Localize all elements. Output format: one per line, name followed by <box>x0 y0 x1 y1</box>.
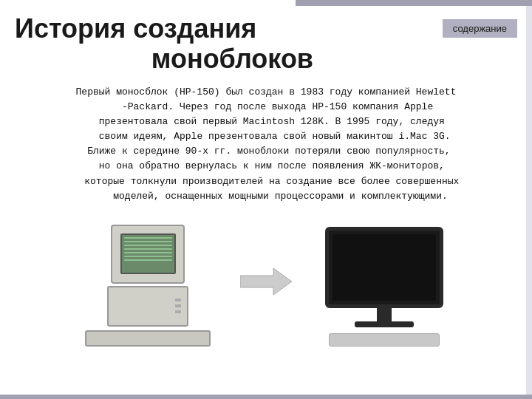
arrow-icon <box>240 267 292 296</box>
unit-btn <box>175 304 181 307</box>
images-row <box>15 217 517 347</box>
new-keyboard <box>329 333 440 347</box>
screen-line <box>124 241 172 242</box>
new-computer-image <box>310 217 458 347</box>
new-aio-illustration <box>325 227 443 347</box>
header-area: История создания моноблоков содержание <box>15 13 517 75</box>
body-text: Первый моносблок (HP-150) был создан в 1… <box>15 85 517 204</box>
unit-buttons <box>175 299 181 313</box>
old-screen <box>120 233 176 274</box>
right-accent-bar <box>526 0 532 399</box>
main-title-line1: История создания <box>15 13 428 44</box>
page: История создания моноблоков содержание П… <box>0 0 532 399</box>
screen-line <box>124 245 172 246</box>
screen-line <box>124 252 172 253</box>
unit-btn <box>175 299 181 301</box>
title-block: История создания моноблоков <box>15 13 428 75</box>
screen-line <box>124 248 172 250</box>
svg-marker-0 <box>240 268 292 295</box>
top-decorative-bar <box>296 0 532 6</box>
old-unit-body <box>107 286 188 327</box>
new-base <box>355 321 414 327</box>
screen-line <box>124 256 172 257</box>
main-title-line2: моноблоков <box>37 44 428 74</box>
arrow-container <box>236 259 296 304</box>
new-stand <box>377 308 392 321</box>
bottom-divider <box>0 395 532 399</box>
new-screen <box>332 234 436 301</box>
contents-button[interactable]: содержание <box>443 19 517 38</box>
old-keyboard <box>85 330 211 347</box>
new-monitor <box>325 227 443 308</box>
screen-lines <box>124 237 172 261</box>
unit-btn <box>175 310 181 313</box>
screen-line <box>124 259 172 261</box>
screen-line <box>124 237 172 239</box>
old-computer-image <box>74 217 222 347</box>
old-mac-illustration <box>85 225 211 347</box>
old-monitor <box>111 225 185 284</box>
